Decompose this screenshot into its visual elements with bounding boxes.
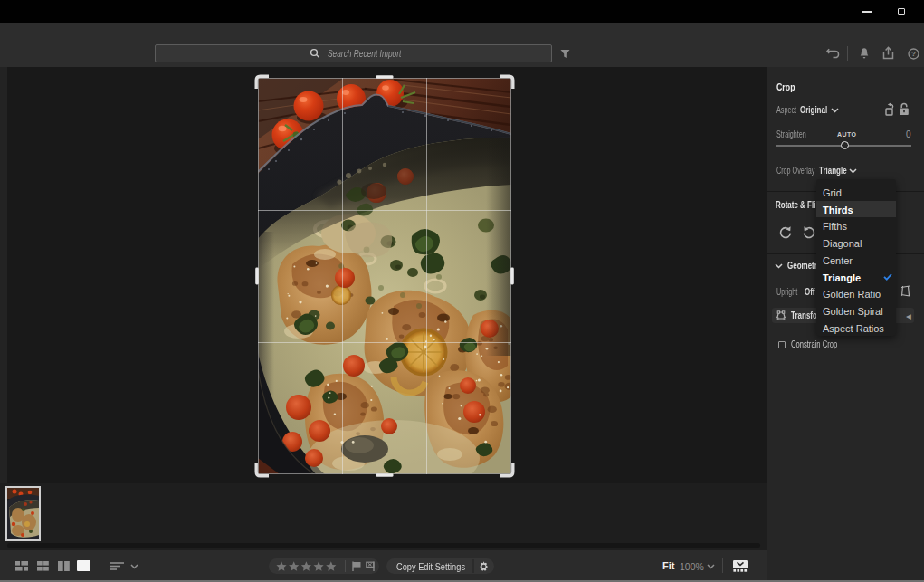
svg-text:?: ? bbox=[911, 50, 916, 58]
